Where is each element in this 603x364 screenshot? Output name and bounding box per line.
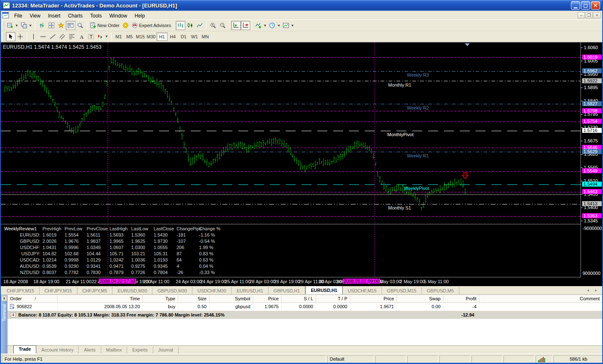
- menu-view[interactable]: View: [26, 12, 44, 20]
- chart-tab-gbpusd-m5[interactable]: GBPUSD,M5: [422, 287, 459, 294]
- maximize-button[interactable]: ▢: [581, 1, 590, 10]
- menu-tools[interactable]: Tools: [87, 12, 106, 20]
- dropdown-arrow-icon[interactable]: ▼: [15, 24, 18, 27]
- timeframe-m1-button[interactable]: M1: [113, 32, 124, 41]
- order-row[interactable]: 9068222008.05.05 13:20buy0.50gbpusd1.967…: [7, 303, 603, 311]
- expert-advisors-button[interactable]: Expert Advisors: [130, 21, 172, 30]
- orders-column-header-order[interactable]: Order /: [7, 295, 57, 302]
- menu-window[interactable]: Window: [106, 12, 131, 20]
- zoom-out-button[interactable]: [218, 21, 227, 30]
- orders-column-header-sl[interactable]: S / L: [282, 295, 316, 302]
- navigator-button[interactable]: [56, 21, 66, 30]
- orders-column-header-price[interactable]: Price: [350, 295, 397, 302]
- chart-shift-button[interactable]: [241, 21, 250, 30]
- timeframe-mn-button[interactable]: MN: [200, 32, 211, 41]
- dropdown-arrow-icon[interactable]: ▼: [29, 24, 32, 27]
- menu-file[interactable]: File: [10, 12, 26, 20]
- chart-tab-gbpusd-m30[interactable]: GBPUSD,M30: [152, 287, 192, 294]
- fibo-tool-button[interactable]: [67, 32, 77, 41]
- orders-header-row[interactable]: Order /TimeTypeSizeSymbolPriceS / LT / P…: [7, 295, 603, 303]
- timeframe-h4-button[interactable]: H4: [167, 32, 178, 41]
- terminal-tab-mailbox[interactable]: Mailbox: [101, 347, 127, 354]
- indicators-button[interactable]: ▼: [254, 21, 268, 30]
- crosshair-tool-button[interactable]: [15, 32, 25, 41]
- templates-button[interactable]: ▼: [282, 21, 295, 30]
- timeframe-m15-button[interactable]: M15: [135, 32, 146, 41]
- chart-tab-eurusd-m30[interactable]: EURUSD,M30: [112, 287, 152, 294]
- timeframe-h1-button[interactable]: H1: [157, 32, 167, 41]
- metaeditor-button[interactable]: [121, 21, 130, 30]
- time-axis[interactable]: 18 Apr 200818 Apr 19:0021 Apr 11:0022 Ap…: [1, 277, 581, 286]
- close-button[interactable]: ✕: [591, 1, 600, 10]
- chart-tab-gbpusd-m15[interactable]: GBPUSD,M15: [382, 287, 422, 294]
- child-minimize-button[interactable]: –: [578, 12, 585, 18]
- terminal-panel-button[interactable]: [66, 21, 75, 30]
- orders-column-header-profit[interactable]: Profit: [444, 295, 479, 302]
- data-window-button[interactable]: [47, 21, 56, 30]
- new-order-button[interactable]: New Order: [89, 21, 121, 30]
- text-label-tool-button[interactable]: T: [86, 32, 96, 41]
- title-bar[interactable]: 12334: MetaTrader - ActivTrades - Demo A…: [1, 0, 602, 11]
- status-profile[interactable]: Default: [327, 355, 374, 363]
- chart-tab-scroll-arrows[interactable]: ◂ ▸: [587, 288, 600, 292]
- hline-tool-button[interactable]: [38, 32, 48, 41]
- orders-column-header-symbol[interactable]: Symbol: [209, 295, 253, 302]
- orders-column-header-time[interactable]: Time: [57, 295, 143, 302]
- orders-column-header-type[interactable]: Type: [143, 295, 178, 302]
- chart-tab-chfjpy-m15[interactable]: CHFJPY,M15: [40, 287, 77, 294]
- new-chart-button[interactable]: ▼: [6, 21, 20, 30]
- terminal-panel-icon: [67, 22, 74, 28]
- chart-line-button[interactable]: [195, 21, 204, 30]
- terminal-tab-experts[interactable]: Experts: [127, 347, 153, 354]
- toolbar-grip[interactable]: [2, 21, 5, 30]
- child-restore-button[interactable]: ❐: [586, 12, 593, 18]
- dropdown-arrow-icon[interactable]: ▼: [277, 24, 280, 27]
- dropdown-arrow-icon[interactable]: ▼: [105, 35, 108, 38]
- timeframe-m5-button[interactable]: M5: [124, 32, 135, 41]
- child-close-button[interactable]: ×: [593, 12, 601, 18]
- market-watch-button[interactable]: [37, 21, 47, 30]
- chart-tab-chfjpy-m15[interactable]: CHFJPY,M15: [2, 287, 40, 294]
- orders-column-header-size[interactable]: Size: [178, 295, 209, 302]
- chart-tab-usdchf-m30[interactable]: USDCHF,M30: [192, 287, 232, 294]
- menu-help[interactable]: Help: [131, 12, 149, 20]
- auto-scroll-button[interactable]: [231, 21, 241, 30]
- cursor-button[interactable]: [6, 32, 15, 41]
- chart-tab-gbpusd-h1[interactable]: GBPUSD,H1: [269, 287, 306, 294]
- trendline-tool-button[interactable]: [48, 32, 57, 41]
- chart-area[interactable]: EURUSD,H1 1.5474 1.5474 1.5425 1.5453 We…: [1, 42, 602, 286]
- zoom-in-button[interactable]: [208, 21, 218, 30]
- chart-candles-button[interactable]: [185, 21, 195, 30]
- vline-tool-button[interactable]: [29, 32, 38, 41]
- menu-insert[interactable]: Insert: [44, 12, 64, 20]
- terminal-tab-account-history[interactable]: Account History: [36, 347, 79, 354]
- strategy-tester-button[interactable]: [75, 21, 85, 30]
- channel-tool-button[interactable]: [57, 32, 67, 41]
- terminal-tab-trade[interactable]: Trade: [13, 345, 36, 354]
- dropdown-arrow-icon[interactable]: ▼: [263, 24, 267, 27]
- menu-charts[interactable]: Charts: [64, 12, 86, 20]
- profiles-button[interactable]: ▼: [20, 21, 33, 30]
- orders-column-header-swap[interactable]: Swap: [397, 295, 444, 302]
- timeframe-d1-button[interactable]: D1: [178, 32, 189, 41]
- terminal-close-button[interactable]: x: [1, 296, 7, 301]
- chart-tab-eurusd-h1[interactable]: EURUSD,H1: [305, 286, 343, 294]
- chart-tab-eurusd-h1[interactable]: EURUSD,H1: [232, 287, 269, 294]
- orders-column-header-comment[interactable]: Comment: [479, 295, 603, 302]
- dropdown-arrow-icon[interactable]: ▼: [291, 24, 294, 27]
- timeframe-w1-button[interactable]: W1: [189, 32, 200, 41]
- orders-column-header-tp[interactable]: T / P: [316, 295, 350, 302]
- terminal-tab-alerts[interactable]: Alerts: [79, 347, 101, 354]
- text-tool-button[interactable]: A: [77, 32, 86, 41]
- orders-column-header-price[interactable]: Price: [253, 295, 282, 302]
- chart-bars-button[interactable]: [176, 21, 185, 30]
- timeframe-m30-button[interactable]: M30: [146, 32, 157, 41]
- chart-tab-usdchf-m15[interactable]: USDCHF,M15: [343, 287, 382, 294]
- price-axis[interactable]: 1.60601.60051.59501.58951.58401.57851.57…: [581, 42, 602, 277]
- periods-button[interactable]: ▼: [268, 21, 282, 30]
- terminal-tab-journal[interactable]: Journal: [153, 347, 179, 354]
- minimize-button[interactable]: ▁: [571, 1, 580, 10]
- arrows-tool-button[interactable]: ▼: [96, 32, 110, 41]
- toolbar-grip[interactable]: [2, 32, 5, 41]
- chart-tab-chfjpy-m5[interactable]: CHFJPY,M5: [77, 287, 113, 294]
